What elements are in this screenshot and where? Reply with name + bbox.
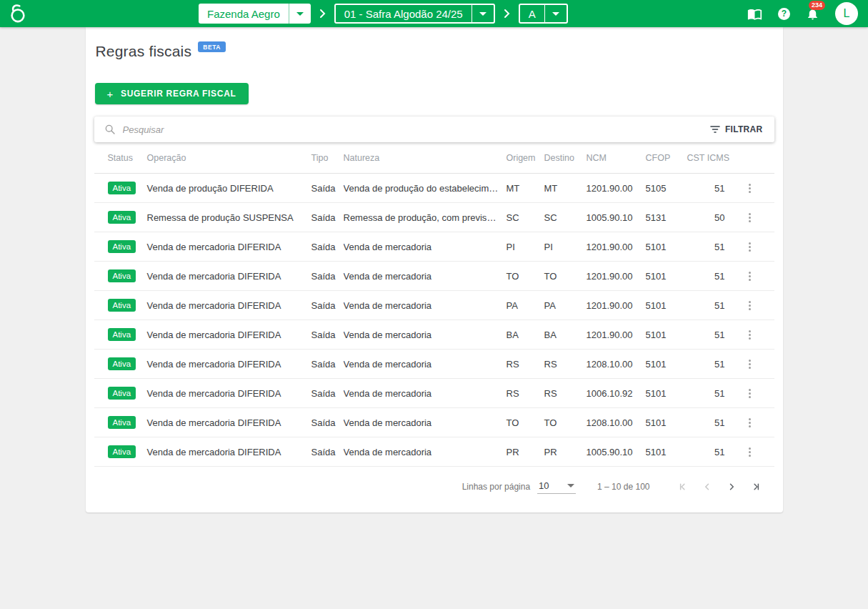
search-input[interactable] — [123, 124, 709, 135]
cell-origem: PI — [507, 242, 544, 252]
cell-operacao: Remessa de produção SUSPENSA — [147, 212, 311, 223]
suggest-fiscal-rule-button[interactable]: + SUGERIR REGRA FISCAL — [95, 83, 249, 104]
cell-status: Ativa — [108, 182, 147, 194]
farm-selector[interactable]: Fazenda Aegro — [199, 4, 311, 24]
title-row: Regras fiscais BETA — [86, 43, 783, 60]
cell-destino: SC — [544, 212, 587, 223]
season-selector[interactable]: 01 - Safra Algodão 24/25 — [334, 4, 495, 24]
cell-actions — [725, 385, 774, 402]
first-page-icon — [677, 480, 689, 493]
cell-origem: RS — [507, 359, 544, 370]
cell-natureza: Venda de mercadoria — [344, 300, 507, 311]
cell-destino: MT — [544, 183, 587, 194]
rows-per-page-label: Linhas por página — [462, 482, 530, 492]
cell-ncm: 1006.10.92 — [587, 388, 646, 399]
cell-origem: SC — [507, 212, 544, 223]
status-badge: Ativa — [108, 211, 136, 224]
previous-page-button[interactable] — [699, 478, 716, 495]
cell-operacao: Venda de mercadoria DIFERIDA — [147, 242, 311, 252]
cell-origem: BA — [507, 330, 544, 340]
cell-actions — [725, 268, 774, 284]
column-header-origem: Origem — [507, 153, 544, 163]
cell-natureza: Venda de mercadoria — [344, 447, 507, 457]
aegro-logo-icon[interactable] — [7, 2, 29, 25]
farm-selector-label: Fazenda Aegro — [199, 8, 289, 20]
rows-per-page-value: 10 — [539, 480, 549, 491]
cell-cst-icms: 51 — [687, 359, 725, 370]
cell-natureza: Venda de mercadoria — [344, 242, 507, 252]
column-header-cfop: CFOP — [646, 153, 687, 163]
cell-ncm: 1201.90.00 — [587, 330, 646, 340]
cell-cst-icms: 51 — [687, 388, 725, 399]
row-menu-kebab-icon[interactable] — [744, 327, 755, 343]
cell-cfop: 5131 — [646, 212, 687, 223]
chevron-down-icon — [479, 12, 487, 16]
cell-destino: BA — [544, 330, 587, 340]
cell-operacao: Venda de mercadoria DIFERIDA — [147, 359, 311, 370]
suggest-button-label: SUGERIR REGRA FISCAL — [121, 89, 236, 99]
cell-operacao: Venda de mercadoria DIFERIDA — [147, 388, 311, 399]
status-badge: Ativa — [108, 328, 136, 341]
status-badge: Ativa — [108, 416, 136, 429]
cell-actions — [725, 180, 774, 197]
cell-operacao: Venda de mercadoria DIFERIDA — [147, 330, 311, 340]
status-badge: Ativa — [108, 269, 136, 282]
cell-natureza: Venda de mercadoria — [344, 417, 507, 428]
cell-natureza: Venda de mercadoria — [344, 330, 507, 340]
table-row: Ativa Venda de mercadoria DIFERIDA Saída… — [94, 350, 774, 379]
row-menu-kebab-icon[interactable] — [744, 444, 755, 460]
row-menu-kebab-icon[interactable] — [744, 268, 755, 284]
cell-cfop: 5101 — [646, 388, 687, 399]
column-header-status: Status — [108, 153, 147, 163]
main-card: Regras fiscais BETA + SUGERIR REGRA FISC… — [86, 27, 783, 513]
row-menu-kebab-icon[interactable] — [744, 415, 755, 431]
last-page-button[interactable] — [747, 478, 764, 495]
next-page-button[interactable] — [723, 478, 740, 495]
cell-cst-icms: 51 — [687, 271, 725, 282]
cell-ncm: 1201.90.00 — [587, 242, 646, 252]
notifications-bell-icon[interactable]: 234 — [806, 7, 819, 21]
cell-operacao: Venda de mercadoria DIFERIDA — [147, 271, 311, 282]
row-menu-kebab-icon[interactable] — [744, 356, 755, 372]
row-menu-kebab-icon[interactable] — [744, 385, 755, 402]
field-selector-label: A — [520, 8, 544, 20]
cell-natureza: Venda de mercadoria — [344, 388, 507, 399]
column-header-tipo: Tipo — [311, 153, 344, 163]
cell-origem: PA — [507, 300, 544, 311]
cell-ncm: 1201.90.00 — [587, 183, 646, 194]
table-row: Ativa Venda de mercadoria DIFERIDA Saída… — [94, 320, 774, 350]
cell-cst-icms: 51 — [687, 300, 725, 311]
field-selector[interactable]: A — [519, 4, 568, 24]
table-header-row: StatusOperaçãoTipoNaturezaOrigemDestinoN… — [94, 142, 774, 174]
row-menu-kebab-icon[interactable] — [744, 209, 755, 226]
cell-status: Ativa — [108, 357, 147, 370]
cell-status: Ativa — [108, 211, 147, 224]
cell-ncm: 1201.90.00 — [587, 300, 646, 311]
cell-cfop: 5101 — [646, 242, 687, 252]
row-menu-kebab-icon[interactable] — [744, 297, 755, 314]
cell-actions — [725, 209, 774, 226]
first-page-button[interactable] — [674, 478, 692, 495]
cell-cst-icms: 51 — [687, 417, 725, 428]
beta-badge: BETA — [198, 41, 226, 52]
user-avatar[interactable]: L — [835, 2, 858, 25]
table-row: Ativa Venda de mercadoria DIFERIDA Saída… — [94, 437, 774, 467]
cell-actions — [725, 239, 774, 255]
search-icon — [104, 124, 116, 135]
cell-operacao: Venda de mercadoria DIFERIDA — [147, 300, 311, 311]
row-menu-kebab-icon[interactable] — [744, 239, 755, 255]
status-badge: Ativa — [108, 357, 136, 370]
column-header-destino: Destino — [544, 153, 587, 163]
filter-button[interactable]: FILTRAR — [709, 122, 764, 137]
docs-book-icon[interactable] — [747, 6, 762, 21]
cell-status: Ativa — [108, 387, 147, 400]
row-menu-kebab-icon[interactable] — [744, 180, 755, 197]
breadcrumb-chevron-icon — [319, 9, 326, 19]
cell-cst-icms: 51 — [687, 447, 725, 457]
rows-per-page-select[interactable]: 10 — [537, 480, 576, 494]
cell-status: Ativa — [108, 299, 147, 312]
cell-tipo: Saída — [311, 388, 344, 399]
page-title: Regras fiscais — [96, 43, 192, 60]
help-icon[interactable]: ? — [778, 8, 790, 20]
cell-destino: PA — [544, 300, 587, 311]
